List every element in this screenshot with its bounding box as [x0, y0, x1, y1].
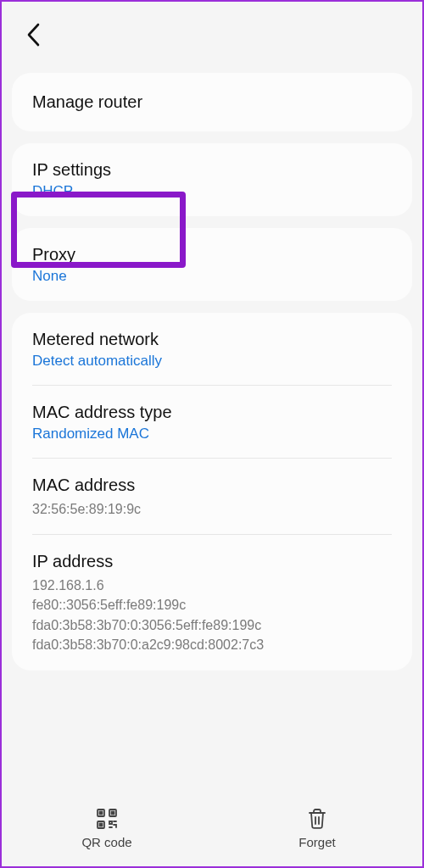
footer-label: QR code [81, 835, 131, 849]
trash-icon [307, 808, 327, 830]
svg-rect-5 [100, 824, 103, 826]
card-manage-router: Manage router [12, 73, 412, 131]
content-area: Manage router IP settings DHCP Proxy Non… [2, 73, 422, 670]
row-title: MAC address type [32, 402, 392, 423]
row-title: Metered network [32, 329, 392, 350]
card-ip-settings: IP settings DHCP [12, 143, 412, 216]
card-proxy: Proxy None [12, 228, 412, 301]
row-ip-settings[interactable]: IP settings DHCP [12, 143, 412, 216]
row-mac-address: MAC address 32:56:5e:89:19:9c [12, 459, 412, 535]
back-button[interactable] [25, 22, 44, 47]
row-value: Detect automatically [32, 353, 392, 370]
qr-code-button[interactable]: QR code [2, 808, 212, 849]
chevron-left-icon [25, 22, 44, 47]
row-value: None [32, 268, 392, 285]
footer-actions: QR code Forget [2, 798, 422, 866]
row-title: Manage router [32, 92, 392, 113]
card-network-details: Metered network Detect automatically MAC… [12, 313, 412, 670]
svg-rect-4 [112, 812, 114, 815]
row-title: Proxy [32, 244, 392, 265]
forget-button[interactable]: Forget [212, 808, 422, 849]
row-value: DHCP [32, 183, 392, 200]
row-title: IP address [32, 551, 392, 572]
row-info: 32:56:5e:89:19:9c [32, 499, 392, 519]
qr-code-icon [96, 808, 118, 830]
row-metered-network[interactable]: Metered network Detect automatically [12, 313, 412, 386]
row-proxy[interactable]: Proxy None [12, 228, 412, 301]
ip-address-list: 192.168.1.6fe80::3056:5eff:fe89:199cfda0… [32, 576, 392, 654]
row-value: Randomized MAC [32, 426, 392, 442]
row-title: MAC address [32, 475, 392, 496]
header [2, 2, 422, 61]
row-title: IP settings [32, 159, 392, 181]
svg-rect-3 [100, 812, 103, 815]
row-manage-router[interactable]: Manage router [12, 73, 412, 131]
row-ip-address: IP address 192.168.1.6fe80::3056:5eff:fe… [12, 535, 412, 670]
row-mac-address-type[interactable]: MAC address type Randomized MAC [12, 386, 412, 459]
footer-label: Forget [298, 835, 335, 849]
